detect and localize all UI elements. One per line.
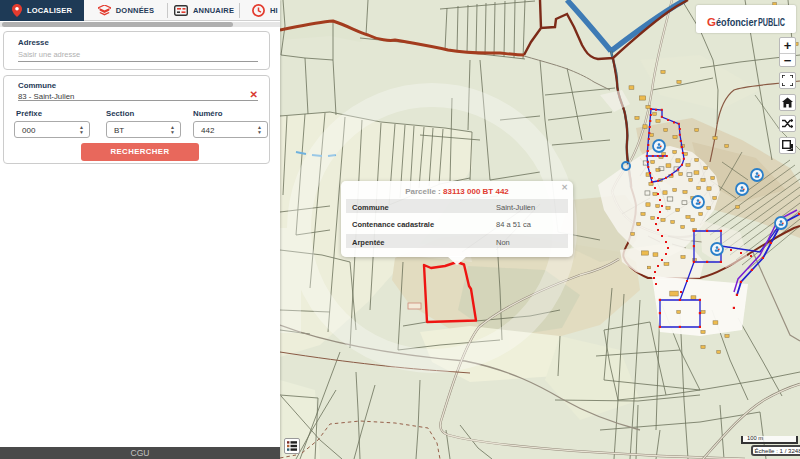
svg-text:PUBLIC: PUBLIC bbox=[758, 16, 785, 28]
svg-text:G: G bbox=[707, 16, 716, 28]
svg-text:éofoncier: éofoncier bbox=[716, 16, 757, 28]
